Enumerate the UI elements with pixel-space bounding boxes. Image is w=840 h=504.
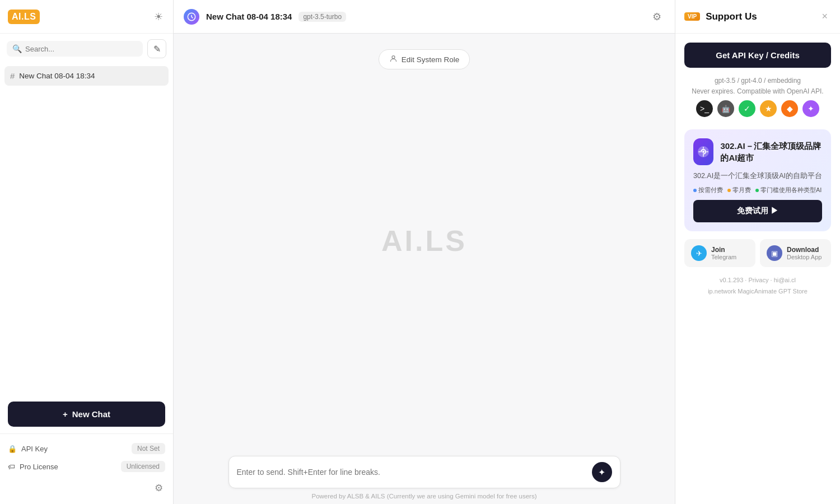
svg-point-1	[392, 56, 395, 59]
sidebar-header: AI.LS ☀	[0, 0, 173, 34]
close-icon: ×	[822, 11, 828, 22]
telegram-text: Join Telegram	[711, 246, 736, 260]
promo-tag-3: 零门槛使用各种类型AI	[755, 186, 822, 194]
right-panel-header: VIP Support Us ×	[675, 0, 840, 34]
logo-text: AI.LS	[8, 10, 40, 24]
right-panel-body: Get API Key / Credits gpt-3.5 / gpt-4.0 …	[675, 34, 840, 504]
tag-dot-blue	[693, 189, 697, 192]
promo-card-header: 302.AI－汇集全球顶级品牌的AI超市	[693, 138, 822, 165]
pro-license-icon: 🏷	[8, 463, 15, 471]
chat-settings-button[interactable]: ⚙	[649, 8, 665, 25]
search-area: 🔍 ✎	[0, 34, 173, 64]
footer-settings-wrap: ⚙	[8, 475, 165, 496]
search-input[interactable]	[25, 45, 137, 53]
edit-system-role-label: Edit System Role	[402, 55, 460, 64]
send-button[interactable]: ✦	[592, 462, 612, 482]
sparkle-icon: ✦	[802, 100, 819, 117]
promo-icon	[693, 138, 713, 165]
chat-hash-icon: #	[10, 71, 15, 81]
pro-license-value: Unlicensed	[121, 461, 165, 472]
main-chat-area: New Chat 08-04 18:34 gpt-3.5-turbo ⚙ Edi…	[174, 0, 675, 504]
api-info: gpt-3.5 / gpt-4.0 / embedding Never expi…	[684, 76, 831, 117]
gear-icon: ⚙	[155, 483, 163, 493]
api-key-lock-icon: 🔒	[8, 445, 17, 453]
new-chat-label: New Chat	[72, 409, 110, 419]
get-api-key-button[interactable]: Get API Key / Credits	[684, 43, 831, 68]
tag-dot-green	[755, 189, 759, 192]
watermark: AI.LS	[381, 224, 467, 258]
links-row: ✈ Join Telegram ▣ Download Desktop App	[684, 239, 831, 267]
svg-point-3	[702, 151, 704, 153]
pro-license-label: Pro License	[20, 463, 58, 471]
chat-input-area: ✦ Powered by ALSB & AILS (Currently we a…	[174, 448, 675, 504]
compose-new-chat-button[interactable]: ✎	[147, 39, 166, 58]
promo-tag-1: 按需付费	[693, 186, 723, 194]
new-chat-button[interactable]: + New Chat	[8, 402, 165, 427]
check-icon: ✓	[739, 100, 755, 117]
terminal-icon: >_	[696, 100, 713, 117]
close-panel-button[interactable]: ×	[818, 10, 831, 24]
input-wrap: ✦	[228, 456, 620, 488]
promo-title: 302.AI－汇集全球顶级品牌的AI超市	[720, 140, 822, 164]
compose-icon: ✎	[153, 44, 161, 54]
tag-dot-yellow	[727, 189, 731, 192]
chat-item-title: New Chat 08-04 18:34	[19, 72, 95, 80]
api-key-row: 🔒 API Key Not Set	[8, 440, 165, 458]
download-text: Download Desktop App	[787, 246, 822, 260]
robot-icon: 🤖	[717, 100, 734, 117]
right-panel: VIP Support Us × Get API Key / Credits g…	[675, 0, 840, 504]
promo-tag-2: 零月费	[727, 186, 751, 194]
api-key-value: Not Set	[132, 443, 165, 454]
pro-license-row: 🏷 Pro License Unlicensed	[8, 458, 165, 475]
api-icons-row: >_ 🤖 ✓ ★ ◆ ✦	[684, 100, 831, 117]
edit-system-role-button[interactable]: Edit System Role	[379, 49, 470, 69]
ai-chat-icon	[184, 9, 199, 25]
powered-by-text: Powered by ALSB & AILS (Currently we are…	[311, 493, 536, 500]
download-desktop-card[interactable]: ▣ Download Desktop App	[760, 239, 831, 267]
star-api-icon: ★	[760, 100, 777, 117]
promo-card: 302.AI－汇集全球顶级品牌的AI超市 302.AI是一个汇集全球顶级AI的自…	[684, 129, 831, 231]
desktop-app-icon: ▣	[767, 245, 782, 261]
plus-icon: +	[63, 409, 68, 419]
search-icon: 🔍	[12, 44, 22, 53]
panel-footer: v0.1.293 · Privacy · hi@ai.cl ip.network…	[684, 275, 831, 303]
pro-license-label-wrap: 🏷 Pro License	[8, 463, 58, 471]
api-key-label: API Key	[21, 445, 48, 453]
person-icon	[389, 54, 398, 64]
api-key-label-wrap: 🔒 API Key	[8, 445, 48, 453]
theme-toggle-button[interactable]: ☀	[152, 8, 165, 25]
api-info-text: gpt-3.5 / gpt-4.0 / embedding Never expi…	[684, 76, 831, 97]
promo-desc: 302.AI是一个汇集全球顶级AI的自助平台	[693, 171, 822, 181]
promo-tags: 按需付费 零月费 零门槛使用各种类型AI	[693, 186, 822, 194]
telegram-icon: ✈	[691, 245, 707, 261]
vip-badge: VIP	[684, 12, 700, 21]
free-trial-button[interactable]: 免费试用 ▶	[693, 200, 822, 222]
send-icon: ✦	[598, 467, 605, 478]
chat-list-item[interactable]: # New Chat 08-04 18:34	[4, 66, 169, 86]
settings-button[interactable]: ⚙	[152, 480, 165, 496]
app-logo: AI.LS	[8, 10, 40, 24]
search-input-wrap: 🔍	[7, 41, 143, 57]
chat-title: New Chat 08-04 18:34	[206, 12, 292, 21]
diamond-icon: ◆	[781, 100, 798, 117]
chat-list: # New Chat 08-04 18:34	[0, 64, 173, 396]
model-badge: gpt-3.5-turbo	[298, 12, 346, 22]
chat-header: New Chat 08-04 18:34 gpt-3.5-turbo ⚙	[174, 0, 675, 34]
chat-body: Edit System Role AI.LS	[174, 34, 675, 448]
join-telegram-card[interactable]: ✈ Join Telegram	[684, 239, 755, 267]
sun-icon: ☀	[154, 11, 163, 22]
sidebar: AI.LS ☀ 🔍 ✎ # New Chat 08-04 18:34 + New…	[0, 0, 174, 504]
settings-gear-icon: ⚙	[652, 11, 661, 22]
support-us-title: Support Us	[706, 11, 813, 22]
chat-input[interactable]	[237, 468, 586, 477]
sidebar-footer: 🔒 API Key Not Set 🏷 Pro License Unlicens…	[0, 433, 173, 504]
